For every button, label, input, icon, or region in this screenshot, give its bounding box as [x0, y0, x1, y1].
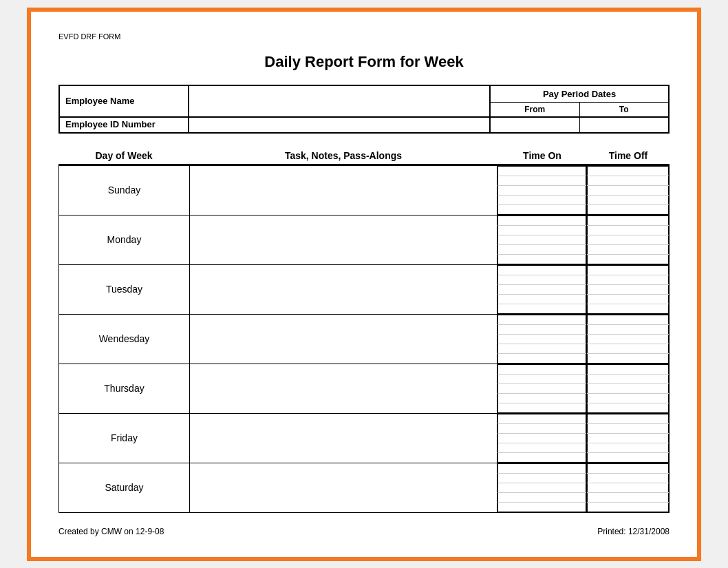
- employee-name-label: Employee Name: [58, 85, 189, 118]
- col-header-task: Task, Notes, Pass-Alongs: [189, 150, 497, 161]
- footer-left: Created by CMW on 12-9-08: [58, 527, 164, 536]
- timeon-cell-thursday[interactable]: [497, 364, 587, 413]
- footer-right: Printed: 12/31/2008: [597, 527, 670, 536]
- timeon-cell-saturday[interactable]: [497, 463, 587, 512]
- employee-id-input[interactable]: [189, 116, 491, 134]
- task-cell-wendesday[interactable]: [190, 314, 497, 364]
- day-cell-tuesday: Tuesday: [59, 264, 190, 314]
- table-row: Tuesday: [59, 264, 670, 314]
- timeoff-cell-monday[interactable]: [587, 215, 670, 264]
- timeoff-cell-friday[interactable]: [587, 413, 670, 463]
- col-header-timeoff: Time Off: [587, 150, 670, 161]
- employee-id-label: Employee ID Number: [58, 116, 189, 134]
- weekly-table: SundayMondayTuesdayWendesdayThursdayFrid…: [58, 165, 670, 513]
- task-cell-sunday[interactable]: [190, 165, 497, 215]
- pay-to-input[interactable]: [580, 116, 669, 132]
- task-cell-thursday[interactable]: [190, 364, 497, 413]
- page-title: Daily Report Form for Week: [58, 53, 670, 71]
- day-cell-sunday: Sunday: [59, 165, 190, 215]
- pay-period-box: Pay Period Dates From To: [491, 85, 670, 118]
- table-row: Thursday: [59, 364, 670, 413]
- pay-to-label: To: [580, 103, 669, 116]
- pay-period-inputs: [491, 116, 670, 134]
- timeoff-cell-tuesday[interactable]: [587, 264, 670, 314]
- footer: Created by CMW on 12-9-08 Printed: 12/31…: [58, 527, 670, 536]
- day-cell-thursday: Thursday: [59, 364, 190, 413]
- day-cell-wendesday: Wendesday: [59, 314, 190, 364]
- task-cell-monday[interactable]: [190, 215, 497, 264]
- col-header-day: Day of Week: [58, 150, 189, 161]
- timeoff-cell-sunday[interactable]: [587, 165, 670, 215]
- pay-period-title: Pay Period Dates: [491, 86, 668, 103]
- day-cell-friday: Friday: [59, 413, 190, 463]
- day-cell-monday: Monday: [59, 215, 190, 264]
- timeon-cell-tuesday[interactable]: [497, 264, 587, 314]
- form-label: EVFD DRF FORM: [58, 32, 670, 41]
- timeon-cell-wendesday[interactable]: [497, 314, 587, 364]
- column-headers: Day of Week Task, Notes, Pass-Alongs Tim…: [58, 150, 670, 165]
- task-cell-friday[interactable]: [190, 413, 497, 463]
- header-row-1: Employee Name Pay Period Dates From To: [58, 85, 670, 118]
- timeoff-cell-thursday[interactable]: [587, 364, 670, 413]
- pay-from-label: From: [491, 103, 580, 116]
- table-row: Saturday: [59, 463, 670, 512]
- day-cell-saturday: Saturday: [59, 463, 190, 512]
- timeon-cell-monday[interactable]: [497, 215, 587, 264]
- timeon-cell-sunday[interactable]: [497, 165, 587, 215]
- pay-period-cols: From To: [491, 103, 668, 116]
- table-row: Wendesday: [59, 314, 670, 364]
- timeon-cell-friday[interactable]: [497, 413, 587, 463]
- task-cell-saturday[interactable]: [190, 463, 497, 512]
- col-header-timeon: Time On: [497, 150, 587, 161]
- page-container: EVFD DRF FORM Daily Report Form for Week…: [27, 8, 701, 561]
- task-cell-tuesday[interactable]: [190, 264, 497, 314]
- table-row: Sunday: [59, 165, 670, 215]
- header-row-2: Employee ID Number: [58, 116, 670, 134]
- table-row: Friday: [59, 413, 670, 463]
- pay-from-input[interactable]: [491, 116, 580, 132]
- timeoff-cell-saturday[interactable]: [587, 463, 670, 512]
- table-row: Monday: [59, 215, 670, 264]
- employee-name-input[interactable]: [189, 85, 491, 118]
- timeoff-cell-wendesday[interactable]: [587, 314, 670, 364]
